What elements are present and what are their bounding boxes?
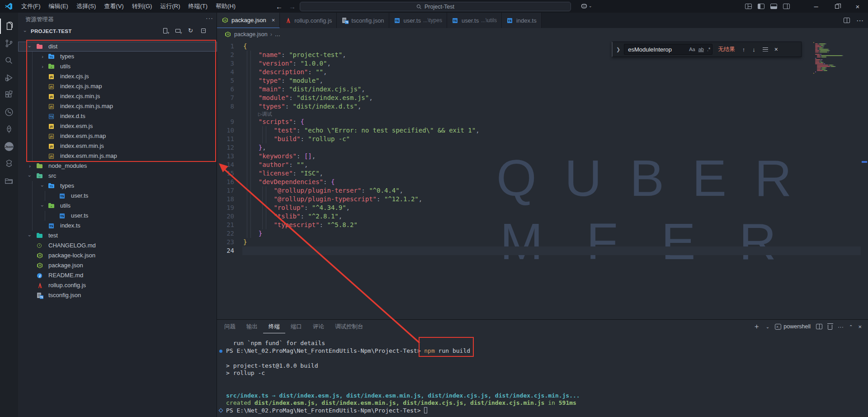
tab-package.json[interactable]: JSpackage.json×	[217, 13, 280, 28]
tree-item-index.ts[interactable]: TSindex.ts	[18, 221, 217, 231]
menu-选择[interactable]: 选择(S)	[72, 0, 100, 13]
close-button[interactable]: ×	[847, 0, 868, 13]
activity-explorer-icon[interactable]	[0, 19, 18, 34]
tree-item-index.d.ts[interactable]: TSindex.d.ts	[18, 111, 217, 121]
close-panel-icon[interactable]: ×	[858, 323, 862, 330]
restore-button[interactable]	[826, 0, 847, 13]
tab-user.ts[interactable]: TSuser.ts...\utils	[447, 13, 502, 28]
tree-item-index.cjs.min.js[interactable]: JSindex.cjs.min.js	[18, 91, 217, 101]
split-editor-icon[interactable]	[844, 18, 850, 23]
find-in-selection-icon[interactable]	[763, 47, 768, 52]
nav-back-icon[interactable]: ←	[276, 3, 283, 10]
project-section-header[interactable]: › PROJECT-TEST + +	[18, 26, 217, 36]
toggle-panel-icon[interactable]	[770, 4, 777, 9]
tab-tsconfig.json[interactable]: TStsconfig.json	[337, 13, 389, 28]
command-decoration-icon[interactable]	[219, 350, 222, 353]
tree-item-rollup.config.js[interactable]: rollup.config.js	[18, 280, 217, 290]
activity-misc-extension-icon[interactable]	[0, 156, 18, 171]
breadcrumb-file[interactable]: package.json	[234, 31, 268, 38]
menu-查看[interactable]: 查看(V)	[100, 0, 127, 13]
tree-item-utils[interactable]: ›+utils	[18, 62, 217, 71]
panel-tab-输出[interactable]: 输出	[241, 320, 263, 333]
find-previous-icon[interactable]: ↑	[742, 46, 745, 53]
panel-tab-评论[interactable]: 评论	[307, 320, 330, 333]
new-terminal-icon[interactable]: ＋	[753, 322, 760, 332]
panel-tab-端口[interactable]: 端口	[285, 320, 307, 333]
terminal-instance[interactable]: >_ powershell	[775, 323, 811, 330]
activity-run-and-debug-icon[interactable]	[0, 70, 18, 85]
find-input[interactable]: esModuleInterop Aa ab .*	[624, 44, 712, 55]
tree-item-index.esm.js[interactable]: JSindex.esm.js	[18, 121, 217, 131]
activity-extensions-icon[interactable]	[0, 87, 18, 103]
find-close-icon[interactable]: ×	[774, 46, 778, 53]
tab-index.ts[interactable]: TSindex.ts	[502, 13, 542, 28]
find-query[interactable]: esModuleInterop	[628, 46, 686, 53]
maximize-panel-icon[interactable]: ⌃	[849, 324, 853, 329]
menu-终端[interactable]: 终端(T)	[184, 0, 212, 13]
activity-source-control-icon[interactable]	[0, 36, 18, 51]
codelens-debug[interactable]: ▷调试	[258, 111, 272, 118]
minimap[interactable]	[812, 41, 862, 113]
tab-close-icon[interactable]: ×	[272, 17, 275, 24]
tree-item-user.ts[interactable]: TSuser.ts	[18, 191, 217, 201]
match-case-icon[interactable]: Aa	[689, 47, 695, 52]
copilot-button[interactable]: ⌄	[580, 2, 592, 9]
new-file-icon[interactable]: +	[162, 28, 169, 34]
tree-item-README.md[interactable]: iREADME.md	[18, 270, 217, 280]
code-editor[interactable]: QUBER MFER 1{2 "name": "project-test",3 …	[217, 41, 868, 319]
toggle-secondary-sidebar-icon[interactable]	[783, 4, 790, 9]
tree-item-package.json[interactable]: JSpackage.json	[18, 261, 217, 270]
minimize-button[interactable]: ─	[806, 0, 826, 13]
more-actions-icon[interactable]: ···	[206, 14, 213, 22]
tree-item-utils[interactable]: ›+utils	[18, 201, 217, 211]
tree-item-types[interactable]: ›TStypes	[18, 52, 217, 62]
activity-todo-tree-icon[interactable]	[0, 122, 18, 137]
tree-item-user.ts[interactable]: TSuser.ts	[18, 211, 217, 221]
breadcrumb-more[interactable]: …	[275, 31, 281, 38]
nav-forward-icon[interactable]: →	[289, 3, 296, 10]
tree-item-node_modules[interactable]: ›node_modules	[18, 161, 217, 171]
menu-编辑[interactable]: 编辑(E)	[45, 0, 72, 13]
terminal-profile-chevron-icon[interactable]: ⌄	[766, 324, 769, 329]
panel-tab-调试控制台[interactable]: 调试控制台	[330, 320, 369, 333]
refresh-icon[interactable]	[188, 28, 194, 34]
find-next-icon[interactable]: ↓	[752, 46, 755, 53]
tab-user.ts[interactable]: TSuser.ts...\types	[389, 13, 447, 28]
whole-word-icon[interactable]: ab	[698, 47, 704, 52]
menu-转到[interactable]: 转到(G)	[128, 0, 156, 13]
tree-item-index.esm.min.js.map[interactable]: JSindex.esm.min.js.map	[18, 151, 217, 161]
tree-item-CHANGELOG.md[interactable]: CHANGELOG.md	[18, 241, 217, 251]
tree-item-tsconfig.json[interactable]: TStsconfig.json	[18, 290, 217, 300]
command-center-search[interactable]: Project-Test	[300, 2, 571, 11]
menu-运行[interactable]: 运行(R)	[156, 0, 184, 13]
tree-item-index.esm.js.map[interactable]: JSindex.esm.js.map	[18, 131, 217, 141]
menu-文件[interactable]: 文件(F)	[17, 0, 45, 13]
activity-json-tools-icon[interactable]: Json	[0, 139, 18, 154]
split-terminal-icon[interactable]	[816, 324, 822, 329]
tree-item-test[interactable]: ›test	[18, 231, 217, 241]
tree-item-types[interactable]: ›TStypes	[18, 181, 217, 191]
menu-帮助[interactable]: 帮助(H)	[212, 0, 240, 13]
shell-integration-icon[interactable]	[219, 408, 223, 412]
collapse-all-icon[interactable]	[200, 28, 207, 34]
tree-item-index.cjs.min.js.map[interactable]: JSindex.cjs.min.js.map	[18, 101, 217, 111]
activity-open-folder-icon[interactable]	[0, 173, 18, 189]
tree-item-package-lock.json[interactable]: JSpackage-lock.json	[18, 251, 217, 261]
activity-git-graph-icon[interactable]	[0, 104, 18, 120]
panel-tab-终端[interactable]: 终端	[263, 320, 285, 333]
regex-icon[interactable]: .*	[707, 47, 710, 52]
toggle-sidebar-icon[interactable]	[758, 4, 764, 9]
kill-terminal-icon[interactable]	[828, 325, 832, 330]
tree-item-index.esm.min.js[interactable]: JSindex.esm.min.js	[18, 141, 217, 151]
tree-item-dist[interactable]: ›dist	[18, 42, 217, 52]
tab-rollup.config.js[interactable]: rollup.config.js	[280, 13, 337, 28]
tree-item-index.cjs.js.map[interactable]: JSindex.cjs.js.map	[18, 81, 217, 91]
editor-more-actions-icon[interactable]: ⋯	[856, 16, 863, 25]
panel-tab-问题[interactable]: 问题	[219, 320, 241, 333]
new-folder-icon[interactable]: +	[175, 28, 182, 34]
breadcrumb[interactable]: JS package.json › …	[217, 28, 868, 41]
activity-search-icon[interactable]	[0, 53, 18, 68]
tree-item-index.cjs.js[interactable]: JSindex.cjs.js	[18, 71, 217, 81]
customize-layout-icon[interactable]	[745, 4, 752, 9]
panel-more-actions-icon[interactable]: ···	[838, 323, 844, 330]
